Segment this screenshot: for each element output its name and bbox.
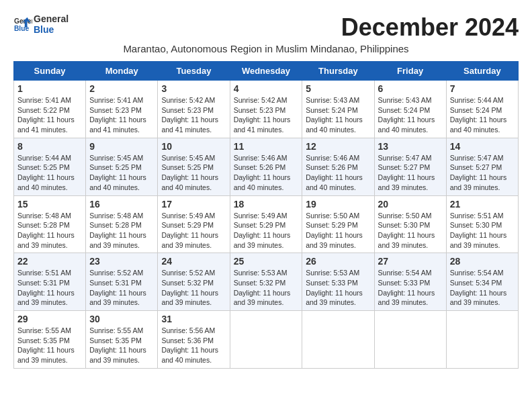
- day-number: 18: [234, 199, 299, 210]
- day-header-monday: Monday: [86, 62, 158, 81]
- day-header-tuesday: Tuesday: [158, 62, 230, 81]
- calendar-cell: 7Sunrise: 5:44 AMSunset: 5:24 PMDaylight…: [446, 81, 518, 138]
- day-info: Sunrise: 5:44 AMSunset: 5:24 PMDaylight:…: [450, 95, 515, 135]
- day-number: 30: [89, 314, 154, 324]
- day-number: 8: [17, 141, 82, 152]
- calendar-cell: 20Sunrise: 5:50 AMSunset: 5:30 PMDayligh…: [374, 195, 446, 253]
- day-info: Sunrise: 5:43 AMSunset: 5:24 PMDaylight:…: [306, 95, 370, 135]
- calendar-cell: 5Sunrise: 5:43 AMSunset: 5:24 PMDaylight…: [302, 81, 374, 138]
- day-info: Sunrise: 5:46 AMSunset: 5:26 PMDaylight:…: [306, 153, 370, 193]
- calendar-cell: [230, 311, 302, 369]
- day-number: 26: [306, 256, 370, 267]
- calendar-cell: 25Sunrise: 5:53 AMSunset: 5:32 PMDayligh…: [230, 253, 302, 311]
- day-number: 28: [450, 256, 515, 267]
- day-header-sunday: Sunday: [14, 62, 86, 81]
- day-info: Sunrise: 5:46 AMSunset: 5:26 PMDaylight:…: [234, 153, 299, 193]
- calendar-cell: 1Sunrise: 5:41 AMSunset: 5:22 PMDaylight…: [14, 81, 86, 138]
- logo: General Blue General Blue: [13, 13, 69, 35]
- day-info: Sunrise: 5:42 AMSunset: 5:23 PMDaylight:…: [234, 95, 299, 135]
- calendar-cell: 21Sunrise: 5:51 AMSunset: 5:30 PMDayligh…: [446, 195, 518, 253]
- calendar-cell: 2Sunrise: 5:41 AMSunset: 5:23 PMDaylight…: [86, 81, 158, 138]
- calendar-cell: 23Sunrise: 5:52 AMSunset: 5:31 PMDayligh…: [86, 253, 158, 311]
- day-info: Sunrise: 5:53 AMSunset: 5:32 PMDaylight:…: [234, 268, 299, 308]
- calendar-cell: 17Sunrise: 5:49 AMSunset: 5:29 PMDayligh…: [158, 195, 230, 253]
- calendar-cell: 19Sunrise: 5:50 AMSunset: 5:29 PMDayligh…: [302, 195, 374, 253]
- day-info: Sunrise: 5:52 AMSunset: 5:31 PMDaylight:…: [89, 268, 154, 308]
- day-info: Sunrise: 5:51 AMSunset: 5:30 PMDaylight:…: [450, 211, 515, 250]
- location-title: Marantao, Autonomous Region in Muslim Mi…: [13, 43, 519, 54]
- day-number: 27: [378, 256, 443, 267]
- day-number: 22: [17, 256, 82, 267]
- logo-general: General: [34, 13, 69, 24]
- day-number: 17: [161, 199, 226, 210]
- calendar-cell: 26Sunrise: 5:53 AMSunset: 5:33 PMDayligh…: [302, 253, 374, 311]
- day-number: 29: [17, 314, 82, 324]
- day-number: 31: [161, 314, 226, 324]
- calendar-cell: 15Sunrise: 5:48 AMSunset: 5:28 PMDayligh…: [14, 195, 86, 253]
- day-info: Sunrise: 5:53 AMSunset: 5:33 PMDaylight:…: [306, 268, 370, 308]
- calendar-cell: 10Sunrise: 5:45 AMSunset: 5:25 PMDayligh…: [158, 138, 230, 195]
- day-number: 15: [17, 199, 82, 210]
- day-info: Sunrise: 5:42 AMSunset: 5:23 PMDaylight:…: [161, 95, 226, 135]
- day-info: Sunrise: 5:47 AMSunset: 5:27 PMDaylight:…: [378, 153, 443, 193]
- day-info: Sunrise: 5:41 AMSunset: 5:23 PMDaylight:…: [89, 95, 154, 135]
- day-number: 14: [450, 141, 515, 152]
- logo-blue: Blue: [34, 24, 69, 35]
- calendar-cell: 14Sunrise: 5:47 AMSunset: 5:27 PMDayligh…: [446, 138, 518, 195]
- calendar-cell: 11Sunrise: 5:46 AMSunset: 5:26 PMDayligh…: [230, 138, 302, 195]
- calendar-cell: 18Sunrise: 5:49 AMSunset: 5:29 PMDayligh…: [230, 195, 302, 253]
- calendar-cell: 28Sunrise: 5:54 AMSunset: 5:34 PMDayligh…: [446, 253, 518, 311]
- calendar-cell: 3Sunrise: 5:42 AMSunset: 5:23 PMDaylight…: [158, 81, 230, 138]
- day-info: Sunrise: 5:48 AMSunset: 5:28 PMDaylight:…: [17, 211, 82, 250]
- day-number: 3: [161, 83, 226, 94]
- day-info: Sunrise: 5:45 AMSunset: 5:25 PMDaylight:…: [89, 153, 154, 193]
- calendar-cell: 16Sunrise: 5:48 AMSunset: 5:28 PMDayligh…: [86, 195, 158, 253]
- calendar-cell: 27Sunrise: 5:54 AMSunset: 5:33 PMDayligh…: [374, 253, 446, 311]
- day-number: 6: [378, 83, 443, 94]
- day-info: Sunrise: 5:55 AMSunset: 5:35 PMDaylight:…: [89, 326, 154, 365]
- calendar-cell: 30Sunrise: 5:55 AMSunset: 5:35 PMDayligh…: [86, 311, 158, 369]
- calendar-cell: 29Sunrise: 5:55 AMSunset: 5:35 PMDayligh…: [14, 311, 86, 369]
- calendar-cell: 8Sunrise: 5:44 AMSunset: 5:25 PMDaylight…: [14, 138, 86, 195]
- day-info: Sunrise: 5:50 AMSunset: 5:29 PMDaylight:…: [306, 211, 370, 250]
- day-info: Sunrise: 5:49 AMSunset: 5:29 PMDaylight:…: [161, 211, 226, 250]
- day-info: Sunrise: 5:55 AMSunset: 5:35 PMDaylight:…: [17, 326, 82, 365]
- day-number: 23: [89, 256, 154, 267]
- day-number: 11: [234, 141, 299, 152]
- day-info: Sunrise: 5:54 AMSunset: 5:34 PMDaylight:…: [450, 268, 515, 308]
- day-number: 16: [89, 199, 154, 210]
- calendar-cell: [374, 311, 446, 369]
- calendar-cell: [446, 311, 518, 369]
- calendar-cell: 31Sunrise: 5:56 AMSunset: 5:36 PMDayligh…: [158, 311, 230, 369]
- month-title: December 2024: [341, 13, 519, 42]
- day-info: Sunrise: 5:51 AMSunset: 5:31 PMDaylight:…: [17, 268, 82, 308]
- day-info: Sunrise: 5:52 AMSunset: 5:32 PMDaylight:…: [161, 268, 226, 308]
- day-number: 13: [378, 141, 443, 152]
- calendar-cell: 6Sunrise: 5:43 AMSunset: 5:24 PMDaylight…: [374, 81, 446, 138]
- calendar-cell: 4Sunrise: 5:42 AMSunset: 5:23 PMDaylight…: [230, 81, 302, 138]
- calendar-cell: [302, 311, 374, 369]
- day-header-wednesday: Wednesday: [230, 62, 302, 81]
- calendar-cell: 24Sunrise: 5:52 AMSunset: 5:32 PMDayligh…: [158, 253, 230, 311]
- day-number: 7: [450, 83, 515, 94]
- calendar-cell: 22Sunrise: 5:51 AMSunset: 5:31 PMDayligh…: [14, 253, 86, 311]
- day-header-friday: Friday: [374, 62, 446, 81]
- day-number: 21: [450, 199, 515, 210]
- day-header-thursday: Thursday: [302, 62, 374, 81]
- calendar-cell: 12Sunrise: 5:46 AMSunset: 5:26 PMDayligh…: [302, 138, 374, 195]
- day-number: 19: [306, 199, 370, 210]
- day-info: Sunrise: 5:56 AMSunset: 5:36 PMDaylight:…: [161, 326, 226, 365]
- day-info: Sunrise: 5:50 AMSunset: 5:30 PMDaylight:…: [378, 211, 443, 250]
- day-number: 10: [161, 141, 226, 152]
- day-info: Sunrise: 5:44 AMSunset: 5:25 PMDaylight:…: [17, 153, 82, 193]
- day-header-saturday: Saturday: [446, 62, 518, 81]
- day-info: Sunrise: 5:41 AMSunset: 5:22 PMDaylight:…: [17, 95, 82, 135]
- day-number: 2: [89, 83, 154, 94]
- day-number: 4: [234, 83, 299, 94]
- day-info: Sunrise: 5:48 AMSunset: 5:28 PMDaylight:…: [89, 211, 154, 250]
- day-number: 12: [306, 141, 370, 152]
- day-info: Sunrise: 5:45 AMSunset: 5:25 PMDaylight:…: [161, 153, 226, 193]
- day-number: 5: [306, 83, 370, 94]
- logo-icon: General Blue: [13, 15, 32, 34]
- day-info: Sunrise: 5:49 AMSunset: 5:29 PMDaylight:…: [234, 211, 299, 250]
